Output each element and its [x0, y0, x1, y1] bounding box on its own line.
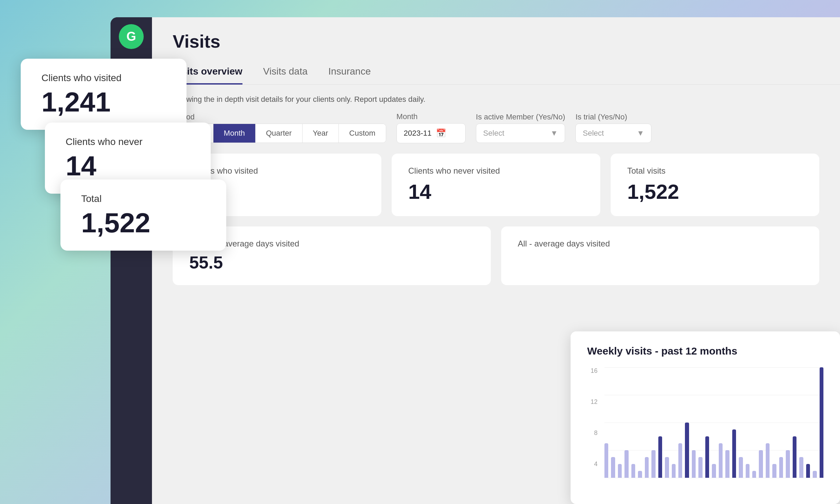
chart-bar-col-3 — [624, 367, 628, 478]
yaxis-12: 12 — [591, 398, 598, 406]
chart-card: Weekly visits - past 12 months 16 12 8 4 — [571, 331, 840, 504]
fc-visited-label: Clients who visited — [41, 72, 166, 84]
chart-bar-22 — [752, 471, 756, 478]
chart-bar-23 — [759, 450, 763, 478]
fc-never-value: 14 — [66, 152, 190, 180]
tab-insurance[interactable]: Insurance — [328, 59, 371, 85]
trial-select[interactable]: Select ▼ — [575, 124, 651, 143]
avg-card-all: All - average days visited — [501, 226, 819, 285]
tab-visits-data[interactable]: Visits data — [263, 59, 308, 85]
chart-bar-3 — [624, 450, 628, 478]
stat-card-total-visits: Total visits 1,522 — [611, 154, 819, 216]
total-visits-label: Total visits — [627, 166, 803, 176]
total-visits-value: 1,522 — [627, 180, 803, 204]
chart-bar-col-30 — [806, 367, 810, 478]
chart-bar-col-8 — [658, 367, 662, 478]
month-label: Month — [397, 112, 466, 121]
chart-bar-17 — [719, 443, 723, 478]
chart-yaxis: 16 12 8 4 — [587, 367, 601, 492]
month-input[interactable]: 2023-11 📅 — [397, 123, 466, 143]
chart-bar-32 — [820, 367, 823, 478]
stats-row: Clients who visited 41 Clients who never… — [152, 154, 840, 216]
period-btn-quarter[interactable]: Quarter — [256, 124, 303, 143]
calendar-icon: 📅 — [436, 128, 446, 138]
visitors-avg-value: 55.5 — [189, 253, 474, 273]
chart-bar-4 — [631, 464, 635, 478]
main-content: Visits Visits overview Visits data Insur… — [152, 17, 840, 504]
period-btn-custom[interactable]: Custom — [339, 124, 386, 143]
chart-bar-col-29 — [799, 367, 803, 478]
all-avg-label: All - average days visited — [518, 239, 803, 249]
chart-bar-19 — [732, 429, 736, 478]
chart-bar-col-7 — [651, 367, 655, 478]
chart-bar-8 — [658, 436, 662, 478]
chart-bar-col-16 — [712, 367, 716, 478]
chart-bar-16 — [712, 464, 716, 478]
chart-bar-col-24 — [766, 367, 770, 478]
filter-bar: Showing the in depth visit details for y… — [152, 85, 840, 154]
period-btn-year[interactable]: Year — [303, 124, 339, 143]
chart-bar-col-9 — [665, 367, 669, 478]
filter-description: Showing the in depth visit details for y… — [173, 95, 819, 104]
month-value: 2023-11 — [404, 129, 432, 138]
chart-bar-11 — [678, 443, 682, 478]
chart-bar-6 — [645, 457, 649, 478]
avg-row: Visitors - average days visited 55.5 All… — [152, 226, 840, 285]
active-member-select[interactable]: Select ▼ — [476, 124, 565, 143]
chart-bar-col-28 — [793, 367, 796, 478]
chart-bar-26 — [779, 457, 783, 478]
chart-bar-col-4 — [631, 367, 635, 478]
chart-bar-9 — [665, 457, 669, 478]
chart-bar-15 — [705, 436, 709, 478]
chart-bar-col-10 — [672, 367, 676, 478]
yaxis-8: 8 — [594, 429, 598, 437]
chart-bar-col-6 — [645, 367, 649, 478]
period-btn-month[interactable]: Month — [213, 124, 256, 143]
chart-bar-18 — [725, 450, 729, 478]
fc-never-label: Clients who never — [66, 136, 190, 147]
gridline-bottom — [604, 478, 823, 478]
chart-bar-30 — [806, 464, 810, 478]
chart-bar-2 — [618, 464, 622, 478]
chart-bar-col-13 — [692, 367, 696, 478]
chart-bars — [604, 367, 823, 478]
chart-bar-col-15 — [705, 367, 709, 478]
trial-filter-group: Is trial (Yes/No) Select ▼ — [575, 113, 651, 143]
chart-bar-col-21 — [746, 367, 750, 478]
clients-never-label: Clients who never visited — [408, 166, 584, 176]
logo-letter: G — [126, 29, 136, 44]
chart-bar-col-11 — [678, 367, 682, 478]
chart-bar-col-22 — [752, 367, 756, 478]
chart-bar-0 — [604, 443, 608, 478]
chart-bar-29 — [799, 457, 803, 478]
yaxis-16: 16 — [591, 367, 598, 375]
chart-bar-col-17 — [719, 367, 723, 478]
chart-bar-col-19 — [732, 367, 736, 478]
chart-bar-13 — [692, 450, 696, 478]
page-title: Visits — [173, 31, 819, 52]
active-member-placeholder: Select — [483, 129, 504, 138]
floating-card-total: Total 1,522 — [60, 180, 226, 251]
trial-chevron-icon: ▼ — [637, 129, 644, 138]
chart-bar-12 — [685, 423, 689, 478]
chart-bar-10 — [672, 464, 676, 478]
month-filter-group: Month 2023-11 📅 — [397, 112, 466, 143]
chart-bar-14 — [698, 457, 702, 478]
chart-bar-7 — [651, 450, 655, 478]
chart-bar-21 — [746, 464, 750, 478]
page-header: Visits — [152, 17, 840, 59]
fc-visited-value: 1,241 — [41, 88, 166, 116]
chart-bar-col-0 — [604, 367, 608, 478]
stat-card-clients-never: Clients who never visited 14 — [392, 154, 600, 216]
chart-bar-27 — [786, 450, 790, 478]
active-member-label: Is active Member (Yes/No) — [476, 113, 565, 122]
period-label: Period — [173, 113, 386, 122]
chart-bar-col-14 — [698, 367, 702, 478]
logo: G — [119, 24, 144, 49]
visitors-avg-label: Visitors - average days visited — [189, 239, 474, 249]
chart-bar-5 — [638, 471, 642, 478]
chart-bar-col-1 — [611, 367, 615, 478]
yaxis-4: 4 — [594, 461, 598, 468]
floating-card-visited: Clients who visited 1,241 — [21, 59, 187, 130]
tabs-container: Visits overview Visits data Insurance — [152, 59, 840, 85]
